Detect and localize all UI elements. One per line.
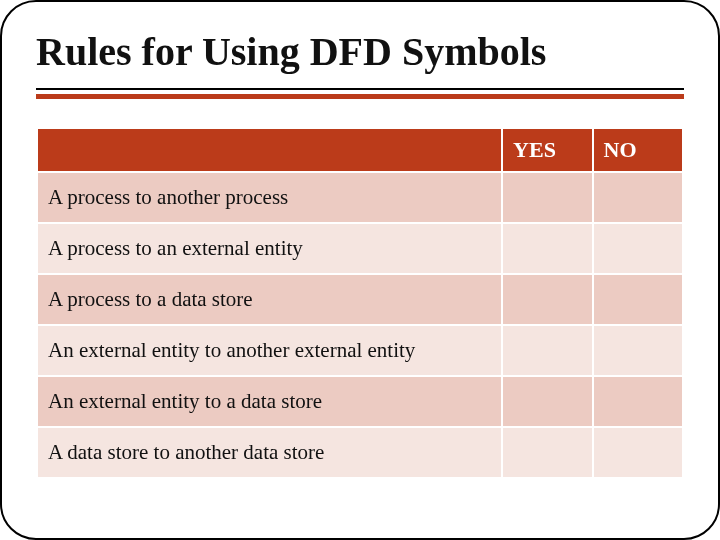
table-row: A process to an external entity bbox=[37, 223, 683, 274]
slide-frame: Rules for Using DFD Symbols YES NO A pro… bbox=[0, 0, 720, 540]
rule-yes bbox=[502, 223, 592, 274]
rule-yes bbox=[502, 376, 592, 427]
rule-no bbox=[593, 376, 683, 427]
rule-desc: An external entity to another external e… bbox=[37, 325, 502, 376]
rule-desc: A process to an external entity bbox=[37, 223, 502, 274]
rule-desc: A data store to another data store bbox=[37, 427, 502, 478]
rule-desc: An external entity to a data store bbox=[37, 376, 502, 427]
rule-no bbox=[593, 427, 683, 478]
rule-no bbox=[593, 325, 683, 376]
header-yes: YES bbox=[502, 128, 592, 172]
table-row: A process to a data store bbox=[37, 274, 683, 325]
table-header-row: YES NO bbox=[37, 128, 683, 172]
rule-no bbox=[593, 274, 683, 325]
title-underline-accent bbox=[36, 94, 684, 99]
rule-no bbox=[593, 172, 683, 223]
rule-desc: A process to a data store bbox=[37, 274, 502, 325]
rule-no bbox=[593, 223, 683, 274]
table-row: An external entity to a data store bbox=[37, 376, 683, 427]
rule-yes bbox=[502, 325, 592, 376]
header-no: NO bbox=[593, 128, 683, 172]
rule-yes bbox=[502, 274, 592, 325]
table-row: A process to another process bbox=[37, 172, 683, 223]
title-underline-thin bbox=[36, 88, 684, 90]
rules-table: YES NO A process to another process A pr… bbox=[36, 127, 684, 479]
slide-title: Rules for Using DFD Symbols bbox=[36, 30, 684, 80]
table-row: An external entity to another external e… bbox=[37, 325, 683, 376]
rule-yes bbox=[502, 427, 592, 478]
rule-yes bbox=[502, 172, 592, 223]
rule-desc: A process to another process bbox=[37, 172, 502, 223]
header-blank bbox=[37, 128, 502, 172]
table-row: A data store to another data store bbox=[37, 427, 683, 478]
